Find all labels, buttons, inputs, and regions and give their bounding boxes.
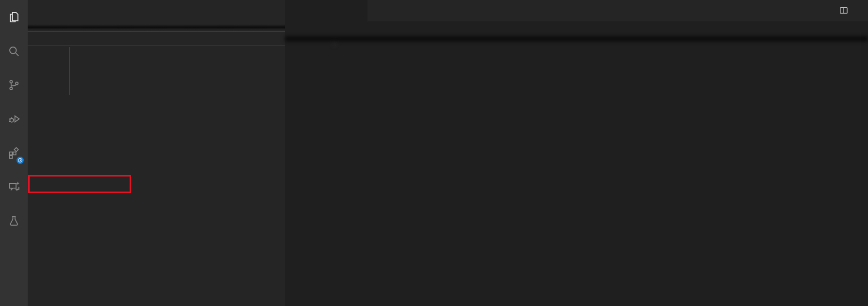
run-and-debug-icon[interactable] (0, 102, 28, 136)
activity-bar (0, 0, 28, 306)
source-control-icon[interactable] (0, 68, 28, 102)
chat-sparkle-icon (7, 180, 21, 193)
editor-content-blurred (285, 21, 868, 306)
extensions-icon[interactable] (0, 136, 28, 170)
editor-scrollbar-edge[interactable] (861, 30, 861, 306)
indentation-guide (334, 41, 334, 47)
sidebar-header (28, 0, 285, 24)
editor-tab-bar (285, 0, 868, 21)
clock-icon (17, 158, 23, 163)
timeline-annotation-box (28, 175, 131, 193)
chat-icon[interactable] (0, 170, 28, 204)
editor-group (285, 0, 868, 306)
outline-section-header[interactable] (28, 31, 285, 46)
tab-argv-ts[interactable] (285, 0, 367, 21)
sticky-shadow (28, 24, 285, 31)
explorer-icon[interactable] (0, 0, 28, 34)
files-icon (7, 11, 20, 24)
vscode-window (0, 0, 868, 306)
split-editor-icon[interactable] (839, 6, 849, 16)
explorer-sidebar (28, 0, 285, 306)
magnifier-icon (7, 45, 20, 58)
beaker-icon (7, 214, 20, 227)
tree-scroll-ghost (28, 24, 285, 31)
debug-play-icon (7, 112, 21, 126)
pending-changes-badge (17, 157, 24, 164)
timeline-section-header[interactable] (28, 46, 285, 63)
editor-actions (839, 0, 868, 21)
git-branch-icon (7, 79, 20, 92)
sticky-scroll-shadow (285, 37, 868, 41)
breadcrumbs[interactable] (285, 21, 868, 37)
search-icon[interactable] (0, 34, 28, 68)
tree-indent-guide (69, 47, 70, 95)
testing-icon[interactable] (0, 204, 28, 238)
